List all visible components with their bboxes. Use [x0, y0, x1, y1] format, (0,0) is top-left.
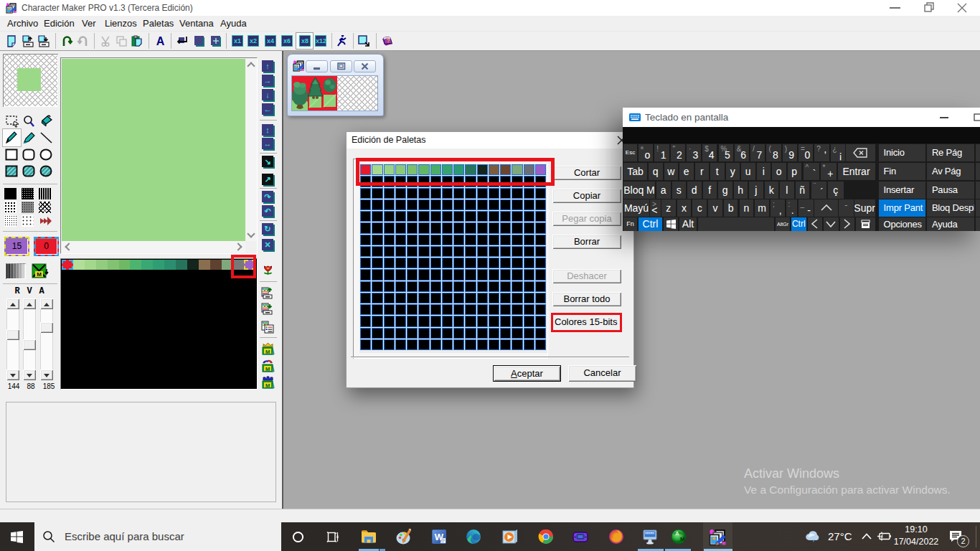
svg-text:M: M [265, 366, 270, 372]
svg-text:M: M [680, 536, 685, 542]
svg-text:M: M [265, 349, 270, 355]
svg-text:M: M [37, 271, 42, 278]
svg-text:?: ? [386, 37, 390, 44]
svg-text:M: M [265, 382, 270, 389]
svg-text:A: A [156, 35, 165, 47]
svg-text:A: A [675, 530, 679, 537]
